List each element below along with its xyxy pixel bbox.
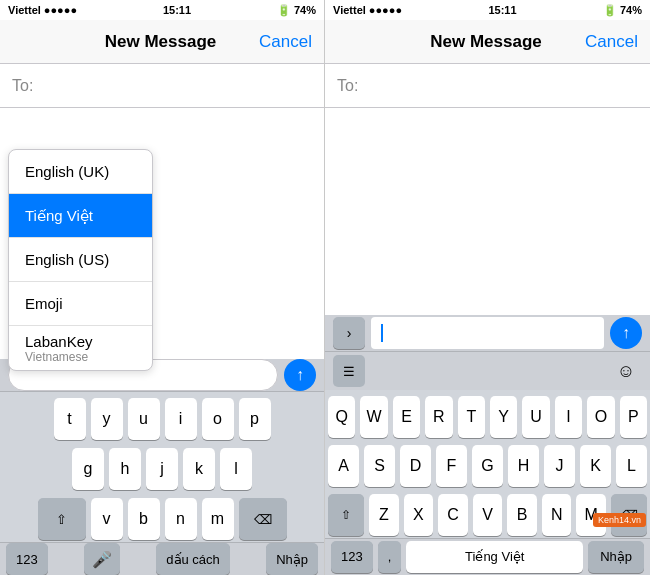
emoji-tab-left[interactable]: ☰	[333, 355, 365, 387]
qkey-H[interactable]: H	[508, 445, 539, 487]
key-n[interactable]: n	[165, 498, 197, 540]
lang-label-english-us: English (US)	[25, 251, 109, 268]
left-num-key[interactable]: 123	[6, 543, 48, 575]
lang-item-tieng-viet[interactable]: Tiếng Việt	[9, 194, 152, 238]
right-text-input[interactable]	[371, 317, 604, 349]
key-j[interactable]: j	[146, 448, 178, 490]
lang-sublabel-labankey: Vietnamese	[25, 350, 88, 364]
right-nav-bar: New Message Cancel	[325, 20, 650, 64]
right-to-label: To:	[337, 77, 358, 95]
right-to-field[interactable]: To:	[325, 64, 650, 108]
qkey-T[interactable]: T	[458, 396, 485, 438]
left-spacebar[interactable]: dấu cách	[156, 543, 230, 575]
watermark: Kenh14.vn	[593, 513, 646, 527]
qkey-J[interactable]: J	[544, 445, 575, 487]
qkey-shift[interactable]: ⇧	[328, 494, 364, 536]
left-battery-icon: 🔋	[277, 4, 291, 17]
left-signal-icon: ●●●●●	[44, 4, 77, 16]
right-send-button[interactable]: ↑	[610, 317, 642, 349]
emoji-options-row: ☰ ☺	[325, 352, 650, 389]
qkey-W[interactable]: W	[360, 396, 387, 438]
left-phone-panel: Viettel ●●●●● 15:11 🔋 74% New Message Ca…	[0, 0, 325, 575]
right-spacebar[interactable]: Tiếng Việt	[406, 541, 583, 573]
qkey-B[interactable]: B	[507, 494, 537, 536]
key-o[interactable]: o	[202, 398, 234, 440]
right-return-key[interactable]: Nhập	[588, 541, 644, 573]
qkey-K[interactable]: K	[580, 445, 611, 487]
qkey-D[interactable]: D	[400, 445, 431, 487]
left-return-key[interactable]: Nhập	[266, 543, 318, 575]
right-status-left: Viettel ●●●●●	[333, 4, 402, 16]
qkey-A[interactable]: A	[328, 445, 359, 487]
right-cancel-button[interactable]: Cancel	[585, 32, 638, 52]
right-message-body[interactable]	[325, 108, 650, 315]
right-status-bar: Viettel ●●●●● 15:11 🔋 74%	[325, 0, 650, 20]
qkey-Y[interactable]: Y	[490, 396, 517, 438]
shift-key[interactable]: ⇧	[38, 498, 86, 540]
right-phone-panel: Viettel ●●●●● 15:11 🔋 74% New Message Ca…	[325, 0, 650, 575]
qwerty-row-2: A S D F G H J K L	[328, 445, 647, 487]
right-signal-icon: ●●●●●	[369, 4, 402, 16]
key-v[interactable]: v	[91, 498, 123, 540]
key-y[interactable]: y	[91, 398, 123, 440]
qkey-F[interactable]: F	[436, 445, 467, 487]
right-keyboard: › ↑ ☰ ☺ Q W E R T Y U I O P	[325, 315, 650, 575]
left-key-row-3: ⇧ v b n m ⌫	[3, 498, 321, 540]
left-time: 15:11	[163, 4, 191, 16]
qkey-O[interactable]: O	[587, 396, 614, 438]
lang-item-english-uk[interactable]: English (UK)	[9, 150, 152, 194]
key-l[interactable]: l	[220, 448, 252, 490]
language-switcher-popup[interactable]: English (UK) Tiếng Việt English (US) Emo…	[8, 149, 153, 371]
lang-item-labankey[interactable]: LabanKey Vietnamese	[9, 326, 152, 370]
right-keyboard-toolbar: › ↑	[325, 315, 650, 352]
qkey-E[interactable]: E	[393, 396, 420, 438]
key-k[interactable]: k	[183, 448, 215, 490]
left-to-label: To:	[12, 77, 33, 95]
right-comma-key[interactable]: ,	[378, 541, 402, 573]
left-keyboard-rows: t y u i o p g h j k l ⇧ v b n m	[0, 392, 324, 542]
qkey-N[interactable]: N	[542, 494, 572, 536]
qkey-X[interactable]: X	[404, 494, 434, 536]
qkey-V[interactable]: V	[473, 494, 503, 536]
right-num-key[interactable]: 123	[331, 541, 373, 573]
qkey-I[interactable]: I	[555, 396, 582, 438]
left-battery: 74%	[294, 4, 316, 16]
left-mic-key[interactable]: 🎤	[84, 543, 120, 575]
qkey-U[interactable]: U	[522, 396, 549, 438]
right-battery: 74%	[620, 4, 642, 16]
qkey-Z[interactable]: Z	[369, 494, 399, 536]
key-t[interactable]: t	[54, 398, 86, 440]
left-cancel-button[interactable]: Cancel	[259, 32, 312, 52]
qkey-L[interactable]: L	[616, 445, 647, 487]
qkey-S[interactable]: S	[364, 445, 395, 487]
right-battery-icon: 🔋	[603, 4, 617, 17]
qkey-P[interactable]: P	[620, 396, 647, 438]
qkey-C[interactable]: C	[438, 494, 468, 536]
right-nav-title: New Message	[430, 32, 542, 52]
left-carrier: Viettel	[8, 4, 41, 16]
emoji-button[interactable]: ☺	[610, 355, 642, 387]
key-p[interactable]: p	[239, 398, 271, 440]
qkey-G[interactable]: G	[472, 445, 503, 487]
left-key-row-2: g h j k l	[3, 448, 321, 490]
left-to-field[interactable]: To:	[0, 64, 324, 108]
lang-item-emoji[interactable]: Emoji	[9, 282, 152, 326]
backspace-key[interactable]: ⌫	[239, 498, 287, 540]
key-h[interactable]: h	[109, 448, 141, 490]
key-b[interactable]: b	[128, 498, 160, 540]
key-m[interactable]: m	[202, 498, 234, 540]
lang-item-english-us[interactable]: English (US)	[9, 238, 152, 282]
lang-label-emoji: Emoji	[25, 295, 63, 312]
left-nav-title: New Message	[105, 32, 217, 52]
left-send-button[interactable]: ↑	[284, 359, 316, 391]
left-nav-bar: New Message Cancel	[0, 20, 324, 64]
expand-button[interactable]: ›	[333, 317, 365, 349]
qwerty-row-1: Q W E R T Y U I O P	[328, 396, 647, 438]
key-u[interactable]: u	[128, 398, 160, 440]
qkey-Q[interactable]: Q	[328, 396, 355, 438]
right-time: 15:11	[488, 4, 516, 16]
key-i[interactable]: i	[165, 398, 197, 440]
key-g[interactable]: g	[72, 448, 104, 490]
qkey-R[interactable]: R	[425, 396, 452, 438]
right-carrier: Viettel	[333, 4, 366, 16]
